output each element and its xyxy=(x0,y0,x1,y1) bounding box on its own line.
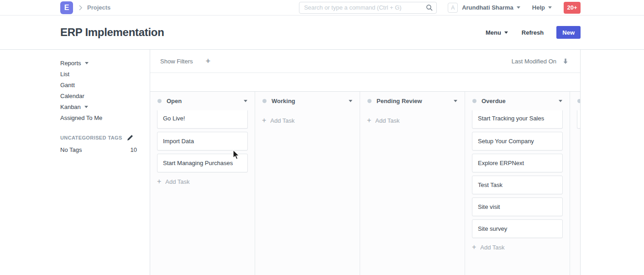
show-filters-button[interactable]: Show Filters xyxy=(160,58,193,65)
sidebar-item-label: Assigned To Me xyxy=(60,114,102,121)
notification-badge[interactable]: 20+ xyxy=(564,2,581,14)
plus-icon: + xyxy=(262,116,266,125)
menu-button[interactable]: Menu xyxy=(486,29,508,36)
sidebar-item-label: Gantt xyxy=(60,82,75,88)
column-title: Pending Review xyxy=(377,98,422,104)
caret-down-icon xyxy=(504,31,508,34)
tag-label: No Tags xyxy=(60,146,82,153)
sidebar: Reports List Gantt Calendar Kanban Assig… xyxy=(0,50,150,275)
task-card[interactable]: Setup Your Company xyxy=(472,132,563,150)
column-title: Open xyxy=(167,98,182,104)
tag-filter-no-tags[interactable]: No Tags 10 xyxy=(60,144,137,156)
task-card[interactable]: Test Task xyxy=(472,176,563,194)
column-indicator-dot xyxy=(577,99,581,103)
task-card[interactable]: Go Live! xyxy=(157,110,248,129)
column-title: Working xyxy=(272,98,295,104)
user-menu[interactable]: Arundhati Sharma xyxy=(462,4,520,11)
sidebar-item-kanban[interactable]: Kanban xyxy=(60,101,137,112)
column-header: Working xyxy=(255,92,360,110)
sidebar-item-gantt[interactable]: Gantt xyxy=(60,79,137,90)
app-logo[interactable]: E xyxy=(60,1,73,14)
sidebar-item-label: Kanban xyxy=(60,104,81,110)
sidebar-item-label: Reports xyxy=(60,60,81,67)
add-task-button[interactable]: + Add Task xyxy=(262,116,353,125)
tags-heading: UNCATEGORISED TAGS xyxy=(60,135,122,140)
column-menu-button[interactable] xyxy=(244,100,247,102)
caret-down-icon xyxy=(349,100,352,102)
kanban-column-pending-review: Pending Review + Add Task xyxy=(360,92,465,275)
column-title: Overdue xyxy=(482,98,506,104)
column-header: Overdue xyxy=(465,92,570,110)
column-header: Pending Review xyxy=(360,92,465,110)
kanban-column-overdue: Overdue Start Tracking your Sales Setup … xyxy=(465,92,570,275)
add-task-label: Add Task xyxy=(375,117,399,124)
kanban-column-open: Open Go Live! Import Data Start Managing… xyxy=(150,92,255,275)
column-menu-button[interactable] xyxy=(454,100,457,102)
sidebar-item-assigned-to-me[interactable]: Assigned To Me xyxy=(60,112,137,123)
sidebar-item-label: Calendar xyxy=(60,93,84,99)
kanban-board: Show Filters + Last Modified On Open Go … xyxy=(150,50,581,275)
caret-down-icon xyxy=(559,100,562,102)
sort-direction-icon[interactable] xyxy=(563,58,568,64)
menu-label: Menu xyxy=(486,29,501,36)
kanban-columns: Open Go Live! Import Data Start Managing… xyxy=(150,91,580,275)
caret-down-icon xyxy=(454,100,457,102)
user-name: Arundhati Sharma xyxy=(462,4,513,11)
column-indicator-dot xyxy=(472,99,476,103)
add-task-button[interactable]: + Add Task xyxy=(367,116,458,125)
refresh-button[interactable]: Refresh xyxy=(522,29,544,36)
filter-row: Show Filters + Last Modified On xyxy=(150,50,580,73)
caret-down-icon xyxy=(548,6,552,9)
task-card[interactable]: Site survey xyxy=(472,219,563,238)
caret-down-icon xyxy=(85,62,89,64)
caret-down-icon xyxy=(84,106,88,108)
sidebar-item-calendar[interactable]: Calendar xyxy=(60,90,137,101)
avatar[interactable]: A xyxy=(448,3,458,13)
page-title: ERP Implementation xyxy=(60,26,164,39)
add-task-label: Add Task xyxy=(270,117,294,124)
sidebar-item-reports[interactable]: Reports xyxy=(60,57,137,68)
help-menu[interactable]: Help xyxy=(532,4,552,11)
kanban-column-partial xyxy=(570,92,581,275)
sidebar-item-label: List xyxy=(60,71,69,78)
edit-tags-pencil-icon[interactable] xyxy=(127,135,133,141)
search-input[interactable] xyxy=(299,2,437,14)
add-task-label: Add Task xyxy=(480,244,504,251)
breadcrumb[interactable]: Projects xyxy=(87,4,110,11)
search-icon[interactable] xyxy=(426,4,433,13)
tags-section-header: UNCATEGORISED TAGS xyxy=(60,133,137,142)
column-indicator-dot xyxy=(157,99,162,103)
column-body: + Add Task xyxy=(255,110,360,275)
kanban-column-working: Working + Add Task xyxy=(255,92,360,275)
page-head: ERP Implementation Menu Refresh New xyxy=(0,16,644,49)
add-filter-plus-icon[interactable]: + xyxy=(206,57,211,66)
task-card[interactable]: Site visit xyxy=(472,197,563,216)
add-task-button[interactable]: + Add Task xyxy=(472,243,563,251)
plus-icon: + xyxy=(367,116,371,125)
navbar: E Projects A Arundhati Sharma Help 20+ xyxy=(0,0,644,16)
tag-count: 10 xyxy=(131,146,137,153)
task-card[interactable]: Explore ERPNext xyxy=(472,154,563,172)
breadcrumb-chevron-icon xyxy=(79,5,83,10)
task-card[interactable] xyxy=(577,110,581,129)
column-header xyxy=(570,92,581,110)
column-header: Open xyxy=(150,92,255,110)
sidebar-item-list[interactable]: List xyxy=(60,68,137,79)
column-body: Go Live! Import Data Start Managing Purc… xyxy=(150,110,255,275)
board-top-band xyxy=(150,73,580,91)
help-label: Help xyxy=(532,4,545,11)
task-card[interactable]: Start Tracking your Sales xyxy=(472,110,563,129)
caret-down-icon xyxy=(517,6,520,9)
plus-icon: + xyxy=(157,177,161,186)
caret-down-icon xyxy=(244,100,247,102)
task-card[interactable]: Import Data xyxy=(157,132,248,150)
sort-by-button[interactable]: Last Modified On xyxy=(512,58,556,65)
task-card[interactable]: Start Managing Purchases xyxy=(157,154,248,172)
new-button[interactable]: New xyxy=(556,26,581,39)
add-task-button[interactable]: + Add Task xyxy=(157,177,248,186)
column-menu-button[interactable] xyxy=(559,100,562,102)
column-indicator-dot xyxy=(367,99,372,103)
plus-icon: + xyxy=(472,243,476,251)
column-menu-button[interactable] xyxy=(349,100,352,102)
global-search xyxy=(299,2,437,14)
